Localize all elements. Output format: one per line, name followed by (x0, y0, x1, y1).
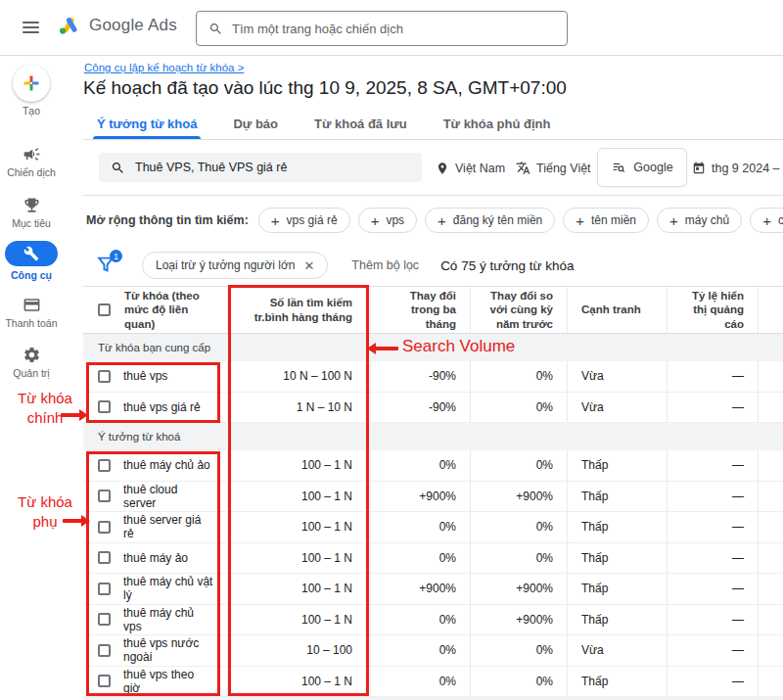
filter-chip-label: Loại trừ ý tưởng người lớn (156, 258, 295, 272)
keyword-row: thuê vps10 N – 100 N-90%0%Vừa— (83, 361, 783, 393)
header-competition-column[interactable]: Cạnh tranh (567, 287, 667, 333)
ad-share-cell: — (667, 543, 758, 574)
tab-saved-keywords[interactable]: Từ khoá đã lưu (314, 109, 407, 139)
language-selector[interactable]: Tiếng Việt (516, 140, 591, 196)
add-filter-button[interactable]: Thêm bộ lọc (351, 258, 419, 272)
expansion-chip-label: vps (386, 213, 404, 227)
search-icon (111, 161, 125, 175)
keyword-cell: thuê vps giá rẻ (83, 393, 227, 423)
keyword-row: thuê máy chủ ảo100 – 1 N0%0%Thấp— (83, 450, 783, 482)
plus-icon: + (576, 212, 584, 229)
row-checkbox[interactable] (98, 490, 111, 502)
active-filter-chip[interactable]: Loại trừ ý tưởng người lớn ✕ (142, 252, 328, 279)
create-button[interactable] (13, 65, 50, 102)
global-search-input[interactable] (232, 22, 555, 36)
sidebar-item-campaigns[interactable]: Chiến dịch (0, 145, 63, 178)
gear-icon (0, 346, 63, 364)
keyword-row: thuê cloud server100 – 1 N+900%+900%Thấp… (83, 482, 783, 513)
yoy-change-cell: 0% (470, 450, 567, 481)
yoy-change-cell: 0% (470, 635, 567, 666)
breadcrumb[interactable]: Công cụ lập kế hoạch từ khóa > (84, 62, 244, 73)
keyword-row: thuê server giá rẻ100 – 1 N0%0%Thấp— (83, 512, 783, 543)
sidebar-item-create[interactable]: Tạo (0, 65, 63, 117)
ad-share-cell: — (667, 393, 758, 423)
ad-share-cell: — (667, 605, 758, 635)
page-title: Kế hoạch đã tạo vào lúc thg 10 9, 2025, … (83, 77, 567, 99)
expansion-label: Mở rộng thông tin tìm kiếm: (86, 213, 249, 227)
header-volume-column[interactable]: Số lần tìm kiếm tr.bình hàng tháng (227, 287, 370, 333)
extra-cell (758, 574, 783, 604)
header-ad-share-column[interactable]: Tỷ lệ hiển thị quảng cáo (667, 287, 758, 333)
volume-cell: 100 – 1 N (227, 482, 370, 512)
main-content: Công cụ lập kế hoạch từ khóa > Kế hoạch … (83, 56, 783, 700)
sidebar-label: Chiến dịch (0, 166, 63, 178)
competition-cell: Vừa (567, 361, 667, 392)
keyword-label: thuê vps (123, 369, 167, 383)
volume-cell: 100 – 1 N (227, 543, 370, 574)
row-checkbox[interactable] (98, 521, 111, 534)
location-selector[interactable]: Việt Nam (436, 140, 505, 196)
expansion-chip[interactable]: +đăng ký tên miền (425, 208, 555, 233)
row-checkbox[interactable] (98, 459, 111, 472)
expansion-chips: +vps giá rẻ+vps+đăng ký tên miền+tên miề… (258, 208, 783, 233)
language-label: Tiếng Việt (536, 162, 591, 175)
remove-filter-icon[interactable]: ✕ (303, 258, 314, 273)
keyword-cell: thuê server giá rẻ (83, 512, 227, 542)
tab-forecast[interactable]: Dự báo (233, 109, 278, 139)
volume-cell: 100 – 1 N (227, 450, 370, 481)
expansion-chip-label: đăng ký tên miền (453, 213, 542, 227)
extra-cell (758, 482, 783, 512)
global-search-box[interactable] (196, 11, 568, 46)
section-header-row: Ý tưởng từ khoá (83, 423, 783, 450)
expansion-chip[interactable]: +tên miền (563, 208, 649, 233)
plus-icon: + (371, 212, 380, 229)
keyword-label: thuê máy chủ ảo (123, 458, 210, 472)
header-yoy-column[interactable]: Thay đổi so với cùng kỳ năm trước (470, 287, 567, 333)
row-checkbox[interactable] (98, 644, 111, 657)
sidebar-item-admin[interactable]: Quản trị (0, 346, 63, 379)
row-checkbox[interactable] (98, 551, 111, 564)
keyword-search-input[interactable] (135, 161, 410, 174)
yoy-change-cell: +900% (470, 574, 567, 604)
table-header: Từ khóa (theo mức độ liên quan) Số lần t… (83, 287, 783, 334)
sidebar-item-goals[interactable]: Mục tiêu (0, 196, 63, 229)
plus-icon: + (762, 212, 771, 229)
three-month-change-cell: 0% (370, 667, 470, 697)
expansion-chip[interactable]: +vps (358, 208, 417, 233)
sidebar-item-tools[interactable]: Công cụ (0, 241, 63, 281)
keyword-cell: thuê cloud server (83, 482, 227, 512)
keyword-row: thuê máy chủ vps100 – 1 N0%+900%Thấp— (83, 605, 783, 636)
date-range-label: thg 9 2024 – thg 8 (712, 162, 783, 175)
three-month-change-cell: 0% (370, 512, 470, 542)
keyword-row: thuê vps theo giờ100 – 1 N0%0%Thấp— (83, 667, 783, 698)
menu-icon[interactable] (23, 22, 39, 34)
row-checkbox[interactable] (98, 583, 111, 595)
expansion-chip[interactable]: +cloud vps (750, 208, 783, 233)
row-checkbox[interactable] (98, 370, 111, 383)
select-all-checkbox[interactable] (98, 303, 111, 316)
keyword-label: thuê cloud server (123, 483, 213, 510)
tab-keyword-ideas[interactable]: Ý tưởng từ khoá (97, 109, 197, 139)
tab-negative-keywords[interactable]: Từ khóa phủ định (443, 109, 551, 139)
competition-cell: Thấp (567, 482, 667, 512)
header-three-month-column[interactable]: Thay đổi trong ba tháng (370, 287, 470, 333)
three-month-change-cell: 0% (370, 543, 470, 574)
keyword-expansion-row: Mở rộng thông tin tìm kiếm: +vps giá rẻ+… (83, 196, 783, 245)
row-checkbox[interactable] (98, 400, 111, 413)
network-selector[interactable]: Google (597, 148, 687, 187)
expansion-chip[interactable]: +vps giá rẻ (258, 208, 350, 233)
date-range-selector[interactable]: thg 9 2024 – thg 8 (692, 140, 783, 196)
expansion-chip[interactable]: +máy chủ (657, 208, 742, 233)
keyword-label: thuê vps giá rẻ (123, 400, 201, 414)
search-icon (208, 22, 223, 36)
table-body: Từ khóa bạn cung cấpthuê vps10 N – 100 N… (83, 334, 783, 697)
filter-button[interactable]: 1 (95, 254, 120, 277)
goals-icon (0, 196, 63, 214)
ad-share-cell: — (667, 512, 758, 542)
keyword-search-box[interactable] (99, 153, 422, 182)
sidebar-item-billing[interactable]: Thanh toán (0, 296, 63, 329)
keyword-row: thuê máy chủ vật lý100 – 1 N+900%+900%Th… (83, 574, 783, 605)
ad-share-cell: — (667, 482, 758, 512)
row-checkbox[interactable] (98, 675, 111, 687)
row-checkbox[interactable] (98, 613, 111, 626)
